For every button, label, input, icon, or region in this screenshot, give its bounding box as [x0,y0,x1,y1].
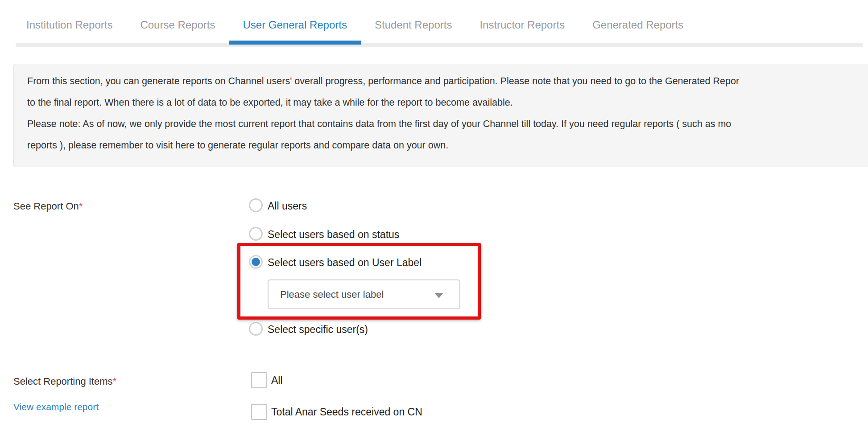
tab-user-general-reports[interactable]: User General Reports [229,0,361,45]
select-reporting-items-label-text: Select Reporting Items [13,376,113,387]
checkbox-total-anar-seeds[interactable] [251,404,267,420]
chevron-down-icon [434,293,443,298]
checkbox-all-label[interactable]: All [271,374,283,386]
radio-select-specific-users[interactable] [249,322,263,336]
info-paragraph-1-line-2: to the final report. When there is a lot… [27,97,513,108]
radio-select-specific-users-label[interactable]: Select specific user(s) [268,324,368,336]
select-reporting-items-label: Select Reporting Items* [13,376,116,387]
tab-generated-reports[interactable]: Generated Reports [579,0,697,45]
info-paragraph-2-line-1: Please note: As of now, we only provide … [27,119,731,130]
checkbox-total-anar-seeds-label[interactable]: Total Anar Seeds received on CN [271,406,422,418]
tab-course-reports[interactable]: Course Reports [126,0,229,45]
user-general-reports-page: Institution Reports Course Reports User … [0,0,868,423]
radio-select-users-based-on-user-label-label[interactable]: Select users based on User Label [268,257,422,269]
info-paragraph-1-line-1: From this section, you can generate repo… [27,76,739,87]
info-paragraph-2-line-2: reports ), please remember to visit here… [27,140,448,151]
info-box: From this section, you can generate repo… [13,64,868,167]
tab-instructor-reports[interactable]: Instructor Reports [466,0,579,45]
reports-tabbar: Institution Reports Course Reports User … [12,0,697,45]
radio-all-users[interactable] [249,198,263,212]
radio-select-users-based-on-user-label[interactable] [249,255,263,269]
user-label-dropdown-placeholder: Please select user label [280,289,384,300]
user-label-dropdown[interactable]: Please select user label [268,279,460,309]
required-asterisk: * [79,201,83,212]
tab-institution-reports[interactable]: Institution Reports [12,0,126,45]
radio-all-users-label[interactable]: All users [268,200,307,212]
radio-select-users-based-on-status[interactable] [249,227,263,241]
view-example-report-link[interactable]: View example report [13,402,99,412]
radio-select-users-based-on-status-label[interactable]: Select users based on status [268,229,399,241]
required-asterisk: * [113,376,117,387]
see-report-on-label: See Report On* [13,201,83,212]
checkbox-all[interactable] [251,372,267,388]
tab-student-reports[interactable]: Student Reports [361,0,466,45]
see-report-on-label-text: See Report On [13,201,79,212]
